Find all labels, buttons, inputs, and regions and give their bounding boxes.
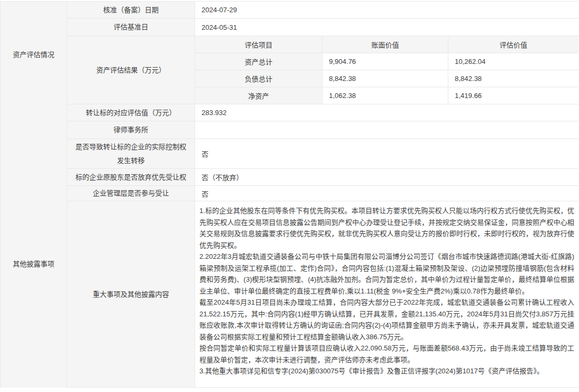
row-law-firm: 律师事务所	[67, 121, 578, 139]
field-label-law-firm: 律师事务所	[67, 121, 195, 138]
row-evaluation-results: 资产评估结果（万元） 评估项目 账面价值 评估价值 资产总计 9,904.76 …	[67, 36, 578, 104]
disclosure-paragraph-4: 按合同暂定单价和实际工程量计算该项目应确认收入22,090.58万元，与账面差额…	[199, 342, 574, 365]
section-rows: 是否导致转让标的企业的实际控制权发生转移 否 标的企业原股东是否放弃优先受让权 …	[67, 139, 578, 388]
field-label-evaluation-results: 资产评估结果（万元）	[67, 36, 195, 104]
field-value-management-participation: 否	[195, 186, 578, 201]
row-transfer-target-value: 转让标的对应评估值（万元） 283.932	[67, 104, 578, 121]
field-value-valuation-base-date: 2024-05-31	[195, 19, 578, 36]
section-rows: 核准（备案）日期 2024-07-29 评估基准日 2024-05-31 资产评…	[67, 2, 578, 139]
cell-item-total-liabilities: 负债总计	[195, 70, 323, 87]
table-row-total-assets: 资产总计 9,904.76 10,262.04	[195, 53, 578, 70]
field-label-shareholder-preemptive-right: 标的企业原股东是否放弃优先受让权	[67, 169, 195, 185]
cell-appraised-total-liabilities: 8,842.38	[448, 70, 578, 87]
field-label-major-matters: 重大事项及其他披露内容	[67, 201, 195, 387]
row-control-transfer: 是否导致转让标的企业的实际控制权发生转移 否	[67, 139, 578, 169]
field-value-control-transfer: 否	[195, 139, 578, 168]
header-eval-item: 评估项目	[195, 36, 323, 53]
cell-appraised-total-assets: 10,262.04	[448, 53, 578, 70]
cell-book-net-assets: 1,062.38	[323, 87, 448, 104]
cell-book-total-liabilities: 8,842.38	[323, 70, 448, 87]
row-valuation-base-date: 评估基准日 2024-05-31	[67, 19, 578, 36]
field-label-valuation-base-date: 评估基准日	[67, 19, 195, 36]
disclosure-paragraph-5: 3.其他重大事项详见和信专字(2024)第030075号《审计报告》及鲁正信评报…	[199, 365, 574, 377]
field-value-law-firm	[195, 121, 578, 138]
field-label-transfer-target-value: 转让标的对应评估值（万元）	[67, 104, 195, 121]
field-value-approval-date: 2024-07-29	[195, 2, 578, 18]
row-approval-date: 核准（备案）日期 2024-07-29	[67, 2, 578, 19]
disclosure-paragraph-1: 1.标的企业其他股东在同等条件下有优先购买权。本项目转让方要求优先购买权人只能以…	[199, 205, 574, 251]
header-appraised-value: 评估价值	[448, 36, 578, 53]
field-value-transfer-target-value: 283.932	[195, 104, 578, 121]
row-shareholder-preemptive-right: 标的企业原股东是否放弃优先受让权 否（不放弃）	[67, 169, 578, 186]
cell-appraised-net-assets: 1,419.66	[448, 87, 578, 104]
disclosure-paragraph-2: 2.2022年3月城宏轨道交通装备公司与中铁十局集团有限公司淄博分公司签订《烟台…	[199, 251, 574, 297]
field-value-shareholder-preemptive-right: 否（不放弃）	[195, 169, 578, 185]
cell-item-total-assets: 资产总计	[195, 53, 323, 70]
section-title-other-disclosures: 其他披露事项	[1, 139, 67, 388]
evaluation-table-header-row: 评估项目 账面价值 评估价值	[195, 36, 578, 53]
header-book-value: 账面价值	[323, 36, 448, 53]
field-label-control-transfer: 是否导致转让标的企业的实际控制权发生转移	[67, 139, 195, 168]
disclosure-table: 资产评估情况 核准（备案）日期 2024-07-29 评估基准日 2024-05…	[0, 1, 578, 388]
table-row-net-assets: 净资产 1,062.38 1,419.66	[195, 87, 578, 104]
evaluation-results-table: 评估项目 账面价值 评估价值 资产总计 9,904.76 10,262.04 负…	[195, 36, 578, 104]
row-management-participation: 企业管理层是否参与受让 否	[67, 186, 578, 201]
section-asset-evaluation: 资产评估情况 核准（备案）日期 2024-07-29 评估基准日 2024-05…	[1, 2, 578, 139]
section-title-asset-evaluation: 资产评估情况	[1, 2, 67, 139]
major-matters-content: 1.标的企业其他股东在同等条件下有优先购买权。本项目转让方要求优先购买权人只能以…	[195, 201, 578, 387]
cell-book-total-assets: 9,904.76	[323, 53, 448, 70]
field-label-management-participation: 企业管理层是否参与受让	[67, 186, 195, 201]
cell-item-net-assets: 净资产	[195, 87, 323, 104]
disclosure-paragraph-3: 截至2024年5月31日项目尚未办理竣工结算，合同内容大部分已于2022年完成，…	[199, 297, 574, 342]
field-label-approval-date: 核准（备案）日期	[67, 2, 195, 18]
table-row-total-liabilities: 负债总计 8,842.38 8,842.38	[195, 70, 578, 87]
section-other-disclosures: 其他披露事项 是否导致转让标的企业的实际控制权发生转移 否 标的企业原股东是否放…	[1, 139, 578, 388]
row-major-matters: 重大事项及其他披露内容 1.标的企业其他股东在同等条件下有优先购买权。本项目转让…	[67, 201, 578, 388]
